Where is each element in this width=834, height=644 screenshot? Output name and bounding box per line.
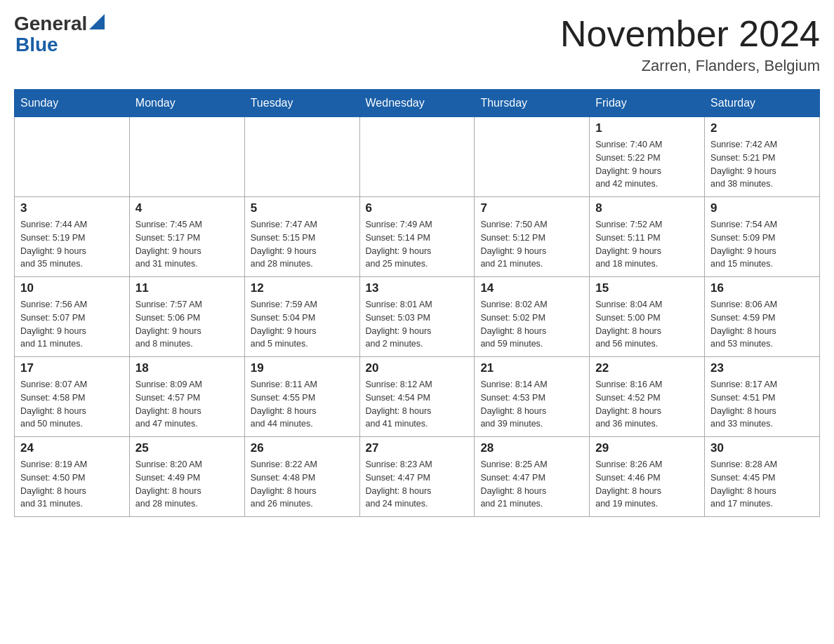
day-info: Sunrise: 8:07 AM Sunset: 4:58 PM Dayligh… — [20, 378, 124, 431]
col-monday: Monday — [129, 90, 244, 117]
table-row: 5Sunrise: 7:47 AM Sunset: 5:15 PM Daylig… — [244, 197, 359, 277]
day-info: Sunrise: 7:56 AM Sunset: 5:07 PM Dayligh… — [20, 298, 124, 351]
day-number: 1 — [595, 121, 699, 135]
day-number: 20 — [366, 361, 469, 375]
month-title: November 2024 — [560, 14, 820, 54]
day-info: Sunrise: 8:02 AM Sunset: 5:02 PM Dayligh… — [480, 298, 583, 351]
day-info: Sunrise: 8:06 AM Sunset: 4:59 PM Dayligh… — [710, 298, 814, 351]
table-row: 2Sunrise: 7:42 AM Sunset: 5:21 PM Daylig… — [705, 117, 820, 197]
col-wednesday: Wednesday — [359, 90, 475, 117]
day-number: 11 — [135, 281, 239, 295]
calendar-week-row: 10Sunrise: 7:56 AM Sunset: 5:07 PM Dayli… — [15, 277, 820, 357]
table-row: 7Sunrise: 7:50 AM Sunset: 5:12 PM Daylig… — [475, 197, 590, 277]
table-row: 17Sunrise: 8:07 AM Sunset: 4:58 PM Dayli… — [15, 357, 130, 437]
day-info: Sunrise: 7:57 AM Sunset: 5:06 PM Dayligh… — [135, 298, 239, 351]
day-number: 28 — [480, 441, 583, 455]
day-info: Sunrise: 7:49 AM Sunset: 5:14 PM Dayligh… — [366, 218, 469, 271]
table-row: 30Sunrise: 8:28 AM Sunset: 4:45 PM Dayli… — [705, 437, 820, 517]
day-number: 6 — [366, 201, 469, 215]
day-number: 22 — [595, 361, 699, 375]
day-info: Sunrise: 7:54 AM Sunset: 5:09 PM Dayligh… — [710, 218, 814, 271]
table-row: 21Sunrise: 8:14 AM Sunset: 4:53 PM Dayli… — [475, 357, 590, 437]
table-row: 13Sunrise: 8:01 AM Sunset: 5:03 PM Dayli… — [359, 277, 475, 357]
table-row: 6Sunrise: 7:49 AM Sunset: 5:14 PM Daylig… — [359, 197, 475, 277]
table-row: 23Sunrise: 8:17 AM Sunset: 4:51 PM Dayli… — [705, 357, 820, 437]
day-number: 7 — [480, 201, 583, 215]
location-title: Zarren, Flanders, Belgium — [560, 57, 820, 75]
day-info: Sunrise: 8:12 AM Sunset: 4:54 PM Dayligh… — [366, 378, 469, 431]
day-info: Sunrise: 8:09 AM Sunset: 4:57 PM Dayligh… — [135, 378, 239, 431]
calendar-week-row: 24Sunrise: 8:19 AM Sunset: 4:50 PM Dayli… — [15, 437, 820, 517]
day-number: 14 — [480, 281, 583, 295]
day-info: Sunrise: 8:11 AM Sunset: 4:55 PM Dayligh… — [251, 378, 354, 431]
day-number: 27 — [366, 441, 469, 455]
calendar-week-row: 3Sunrise: 7:44 AM Sunset: 5:19 PM Daylig… — [15, 197, 820, 277]
page-header: General Blue November 2024 Zarren, Fland… — [14, 14, 820, 75]
day-number: 25 — [135, 441, 239, 455]
logo-text-general: General — [14, 14, 87, 34]
day-number: 12 — [251, 281, 354, 295]
table-row: 4Sunrise: 7:45 AM Sunset: 5:17 PM Daylig… — [129, 197, 244, 277]
day-info: Sunrise: 8:28 AM Sunset: 4:45 PM Dayligh… — [710, 458, 814, 511]
table-row: 14Sunrise: 8:02 AM Sunset: 5:02 PM Dayli… — [475, 277, 590, 357]
day-number: 24 — [20, 441, 124, 455]
day-info: Sunrise: 8:16 AM Sunset: 4:52 PM Dayligh… — [595, 378, 699, 431]
logo-triangle-icon — [89, 14, 105, 29]
table-row: 16Sunrise: 8:06 AM Sunset: 4:59 PM Dayli… — [705, 277, 820, 357]
table-row: 22Sunrise: 8:16 AM Sunset: 4:52 PM Dayli… — [590, 357, 705, 437]
day-info: Sunrise: 7:47 AM Sunset: 5:15 PM Dayligh… — [251, 218, 354, 271]
table-row: 29Sunrise: 8:26 AM Sunset: 4:46 PM Dayli… — [590, 437, 705, 517]
day-info: Sunrise: 7:44 AM Sunset: 5:19 PM Dayligh… — [20, 218, 124, 271]
table-row — [475, 117, 590, 197]
day-number: 29 — [595, 441, 699, 455]
calendar-table: Sunday Monday Tuesday Wednesday Thursday… — [14, 89, 820, 517]
day-info: Sunrise: 8:14 AM Sunset: 4:53 PM Dayligh… — [480, 378, 583, 431]
day-number: 21 — [480, 361, 583, 375]
table-row: 3Sunrise: 7:44 AM Sunset: 5:19 PM Daylig… — [15, 197, 130, 277]
col-saturday: Saturday — [705, 90, 820, 117]
table-row: 9Sunrise: 7:54 AM Sunset: 5:09 PM Daylig… — [705, 197, 820, 277]
table-row: 19Sunrise: 8:11 AM Sunset: 4:55 PM Dayli… — [244, 357, 359, 437]
table-row: 11Sunrise: 7:57 AM Sunset: 5:06 PM Dayli… — [129, 277, 244, 357]
day-info: Sunrise: 8:20 AM Sunset: 4:49 PM Dayligh… — [135, 458, 239, 511]
day-info: Sunrise: 7:52 AM Sunset: 5:11 PM Dayligh… — [595, 218, 699, 271]
title-section: November 2024 Zarren, Flanders, Belgium — [560, 14, 820, 75]
day-number: 13 — [366, 281, 469, 295]
table-row — [15, 117, 130, 197]
day-info: Sunrise: 8:23 AM Sunset: 4:47 PM Dayligh… — [366, 458, 469, 511]
day-info: Sunrise: 8:04 AM Sunset: 5:00 PM Dayligh… — [595, 298, 699, 351]
table-row: 1Sunrise: 7:40 AM Sunset: 5:22 PM Daylig… — [590, 117, 705, 197]
day-number: 10 — [20, 281, 124, 295]
col-friday: Friday — [590, 90, 705, 117]
day-info: Sunrise: 8:25 AM Sunset: 4:47 PM Dayligh… — [480, 458, 583, 511]
table-row: 28Sunrise: 8:25 AM Sunset: 4:47 PM Dayli… — [475, 437, 590, 517]
day-info: Sunrise: 8:26 AM Sunset: 4:46 PM Dayligh… — [595, 458, 699, 511]
day-number: 2 — [710, 121, 814, 135]
day-number: 4 — [135, 201, 239, 215]
day-info: Sunrise: 8:22 AM Sunset: 4:48 PM Dayligh… — [251, 458, 354, 511]
day-number: 9 — [710, 201, 814, 215]
logo-text-blue: Blue — [15, 34, 105, 56]
day-info: Sunrise: 8:01 AM Sunset: 5:03 PM Dayligh… — [366, 298, 469, 351]
day-number: 30 — [710, 441, 814, 455]
day-number: 16 — [710, 281, 814, 295]
day-info: Sunrise: 8:17 AM Sunset: 4:51 PM Dayligh… — [710, 378, 814, 431]
day-number: 19 — [251, 361, 354, 375]
col-tuesday: Tuesday — [244, 90, 359, 117]
calendar-week-row: 1Sunrise: 7:40 AM Sunset: 5:22 PM Daylig… — [15, 117, 820, 197]
table-row: 24Sunrise: 8:19 AM Sunset: 4:50 PM Dayli… — [15, 437, 130, 517]
table-row — [129, 117, 244, 197]
day-number: 5 — [251, 201, 354, 215]
table-row: 8Sunrise: 7:52 AM Sunset: 5:11 PM Daylig… — [590, 197, 705, 277]
table-row: 27Sunrise: 8:23 AM Sunset: 4:47 PM Dayli… — [359, 437, 475, 517]
table-row: 20Sunrise: 8:12 AM Sunset: 4:54 PM Dayli… — [359, 357, 475, 437]
day-number: 17 — [20, 361, 124, 375]
table-row — [359, 117, 475, 197]
svg-marker-0 — [89, 14, 105, 29]
day-number: 26 — [251, 441, 354, 455]
day-number: 3 — [20, 201, 124, 215]
day-number: 8 — [595, 201, 699, 215]
day-info: Sunrise: 8:19 AM Sunset: 4:50 PM Dayligh… — [20, 458, 124, 511]
logo: General Blue — [14, 14, 105, 56]
day-info: Sunrise: 7:50 AM Sunset: 5:12 PM Dayligh… — [480, 218, 583, 271]
